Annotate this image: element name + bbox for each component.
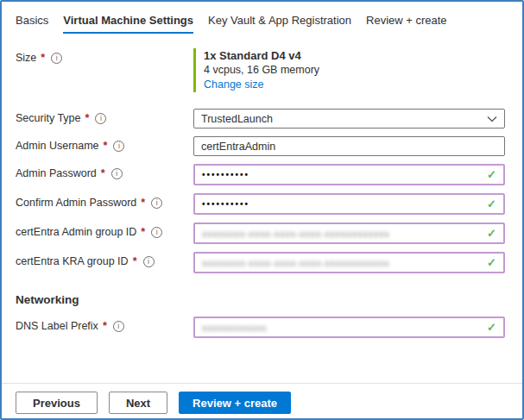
certentra-admin-group-id-redacted-value: xxxxxxxx-xxxx-xxxx-xxxx-xxxxxxxxxxxx [202, 229, 389, 239]
review-create-button[interactable]: Review + create [179, 392, 291, 414]
field-row-dns-label-prefix: DNS Label Prefix* i xxxxxxxxxxxx ✓ [16, 317, 505, 338]
info-icon[interactable]: i [51, 53, 62, 64]
chevron-down-icon [487, 116, 497, 122]
certentra-admin-group-id-input[interactable]: xxxxxxxx-xxxx-xxxx-xxxx-xxxxxxxxxxxx ✓ [193, 223, 505, 244]
required-asterisk: * [85, 112, 90, 124]
info-icon[interactable]: i [111, 168, 123, 179]
confirm-admin-password-label: Confirm Admin Password [16, 197, 136, 209]
field-row-certentra-admin-group-id: certEntra Admin group ID* i xxxxxxxx-xxx… [16, 223, 505, 244]
security-type-value: TrustedLaunch [201, 113, 273, 125]
next-button[interactable]: Next [109, 392, 167, 414]
info-icon[interactable]: i [151, 227, 162, 238]
info-icon[interactable]: i [113, 141, 124, 152]
info-icon[interactable]: i [95, 113, 106, 124]
dns-label-prefix-input[interactable]: xxxxxxxxxxxx ✓ [193, 317, 505, 338]
tab-virtual-machine-settings[interactable]: Virtual Machine Settings [63, 14, 193, 34]
field-row-certentra-kra-group-id: certEntra KRA group ID* i xxxxxxxx-xxxx-… [16, 252, 505, 273]
required-asterisk: * [141, 226, 145, 238]
required-asterisk: * [101, 167, 105, 179]
wizard-footer: Previous Next Review + create [2, 383, 522, 418]
size-title: 1x Standard D4 v4 [204, 48, 505, 63]
admin-password-label: Admin Password [16, 167, 97, 179]
field-row-confirm-admin-password: Confirm Admin Password* i •••••••••• ✓ [16, 193, 505, 215]
required-asterisk: * [141, 197, 145, 209]
info-icon[interactable]: i [113, 321, 124, 332]
admin-password-masked-value: •••••••••• [202, 170, 249, 179]
tab-basics[interactable]: Basics [16, 14, 48, 34]
dns-label-prefix-label: DNS Label Prefix [16, 320, 98, 332]
certentra-kra-group-id-label: certEntra KRA group ID [16, 255, 129, 267]
required-asterisk: * [104, 140, 108, 152]
tab-key-vault-app-registration[interactable]: Key Vault & App Registration [208, 14, 351, 34]
certentra-admin-group-id-label: certEntra Admin group ID [16, 226, 136, 238]
validation-check-icon: ✓ [487, 198, 496, 210]
confirm-admin-password-input[interactable]: •••••••••• ✓ [193, 193, 505, 215]
field-row-admin-username: Admin Username* i certEntraAdmin [16, 136, 505, 156]
admin-username-label: Admin Username [16, 140, 99, 152]
field-row-admin-password: Admin Password* i •••••••••• ✓ [16, 164, 505, 185]
field-row-security-type: Security Type* i TrustedLaunch [16, 109, 505, 129]
validation-check-icon: ✓ [487, 257, 496, 268]
required-asterisk: * [103, 320, 107, 332]
admin-username-input[interactable]: certEntraAdmin [193, 136, 505, 156]
wizard-window: Basics Virtual Machine Settings Key Vaul… [0, 0, 524, 420]
size-subtitle: 4 vcpus, 16 GB memory [204, 63, 505, 78]
tab-review-create[interactable]: Review + create [366, 14, 447, 34]
validation-check-icon: ✓ [487, 169, 496, 180]
admin-username-value: certEntraAdmin [201, 141, 275, 153]
size-label: Size [16, 52, 36, 64]
dns-label-prefix-redacted-value: xxxxxxxxxxxx [202, 323, 267, 333]
validation-check-icon: ✓ [487, 228, 496, 239]
certentra-kra-group-id-input[interactable]: xxxxxxxx-xxxx-xxxx-xxxx-xxxxxxxxxxxx ✓ [193, 252, 505, 273]
validation-check-icon: ✓ [487, 322, 496, 333]
certentra-kra-group-id-redacted-value: xxxxxxxx-xxxx-xxxx-xxxx-xxxxxxxxxxxx [202, 258, 389, 268]
required-asterisk: * [41, 52, 45, 64]
form-body: Size* i 1x Standard D4 v4 4 vcpus, 16 GB… [2, 34, 522, 383]
admin-password-input[interactable]: •••••••••• ✓ [193, 164, 505, 185]
tab-bar: Basics Virtual Machine Settings Key Vaul… [2, 2, 522, 34]
networking-section-header: Networking [16, 293, 505, 306]
security-type-label: Security Type [16, 112, 81, 124]
previous-button[interactable]: Previous [16, 392, 98, 414]
security-type-dropdown[interactable]: TrustedLaunch [193, 109, 505, 129]
form-spacer [16, 346, 505, 383]
change-size-link[interactable]: Change size [204, 78, 264, 92]
required-asterisk: * [133, 255, 137, 267]
info-icon[interactable]: i [143, 256, 155, 267]
info-icon[interactable]: i [151, 197, 162, 209]
size-summary: 1x Standard D4 v4 4 vcpus, 16 GB memory … [193, 48, 505, 92]
confirm-admin-password-masked-value: •••••••••• [202, 199, 249, 209]
field-row-size: Size* i 1x Standard D4 v4 4 vcpus, 16 GB… [16, 48, 505, 97]
